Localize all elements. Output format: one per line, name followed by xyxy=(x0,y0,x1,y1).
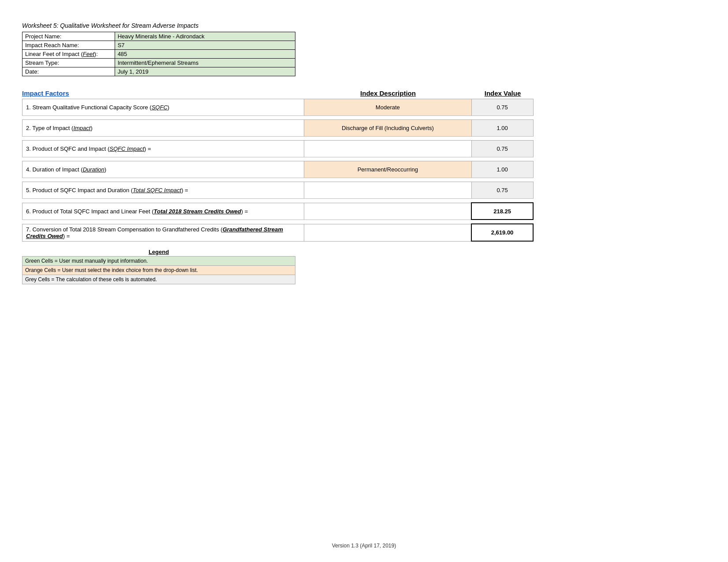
factor-label: 6. Product of Total SQFC Impact and Line… xyxy=(22,203,304,220)
worksheet-title: Worksheet 5: Qualitative Worksheet for S… xyxy=(22,22,706,29)
factor-value: 218.25 xyxy=(471,203,533,220)
list-item: Grey Cells = The calculation of these ce… xyxy=(22,275,295,284)
factor-value: 0.75 xyxy=(471,99,533,116)
impact-factors-header: Impact Factors xyxy=(22,89,304,97)
info-value: Heavy Minerals Mine - Adirondack xyxy=(115,32,295,41)
info-value: Intermittent/Ephemeral Streams xyxy=(115,59,295,67)
factor-value: 0.75 xyxy=(471,182,533,199)
info-label: Date: xyxy=(22,67,115,76)
table-row: 1. Stream Qualitative Functional Capacit… xyxy=(22,99,534,116)
factor-value: 2,619.00 xyxy=(471,224,533,241)
factor-desc: Moderate xyxy=(304,99,472,116)
factor-label: 1. Stream Qualitative Functional Capacit… xyxy=(22,99,304,116)
legend-item-text: Grey Cells = The calculation of these ce… xyxy=(22,275,295,284)
factor-label: 5. Product of SQFC Impact and Duration (… xyxy=(22,182,304,199)
table-row: 7. Conversion of Total 2018 Stream Compe… xyxy=(22,224,534,241)
info-label: Impact Reach Name: xyxy=(22,41,115,50)
factor-value: 1.00 xyxy=(471,120,533,137)
legend-item-text: Orange Cells = User must select the inde… xyxy=(22,266,295,275)
factor-desc xyxy=(304,224,472,241)
legend-title: Legend xyxy=(22,249,295,255)
index-description-header: Index Description xyxy=(304,89,472,97)
index-value-header: Index Value xyxy=(472,89,534,97)
legend-table: Green Cells = User must manually input i… xyxy=(22,256,295,284)
info-label: Project Name: xyxy=(22,32,115,41)
info-label: Stream Type: xyxy=(22,59,115,67)
table-row: 4. Duration of Impact (Duration)Permanen… xyxy=(22,161,534,178)
factor-desc: Discharge of Fill (Including Culverts) xyxy=(304,120,472,137)
main-table: 1. Stream Qualitative Functional Capacit… xyxy=(22,99,534,242)
list-item: Orange Cells = User must select the inde… xyxy=(22,266,295,275)
info-label: Linear Feet of Impact (Feet): xyxy=(22,50,115,59)
factor-desc xyxy=(304,203,472,220)
info-value: S7 xyxy=(115,41,295,50)
factor-label: 4. Duration of Impact (Duration) xyxy=(22,161,304,178)
info-value: 485 xyxy=(115,50,295,59)
info-table: Project Name:Heavy Minerals Mine - Adiro… xyxy=(22,32,295,76)
factor-label: 2. Type of Impact (Impact) xyxy=(22,120,304,137)
legend-container: Legend Green Cells = User must manually … xyxy=(22,249,295,284)
factor-label: 3. Product of SQFC and Impact (SQFC Impa… xyxy=(22,141,304,157)
table-row: 5. Product of SQFC Impact and Duration (… xyxy=(22,182,534,199)
factor-desc xyxy=(304,141,472,157)
table-row: 3. Product of SQFC and Impact (SQFC Impa… xyxy=(22,141,534,157)
legend-item-text: Green Cells = User must manually input i… xyxy=(22,257,295,266)
table-row: 2. Type of Impact (Impact)Discharge of F… xyxy=(22,120,534,137)
factor-value: 0.75 xyxy=(471,141,533,157)
factor-desc xyxy=(304,182,472,199)
info-value: July 1, 2019 xyxy=(115,67,295,76)
footer: Version 1.3 (April 17, 2019) xyxy=(0,543,728,549)
table-row: 6. Product of Total SQFC Impact and Line… xyxy=(22,203,534,220)
factor-desc: Permanent/Reoccurring xyxy=(304,161,472,178)
factor-value: 1.00 xyxy=(471,161,533,178)
section-headers: Impact Factors Index Description Index V… xyxy=(22,85,706,97)
factor-label: 7. Conversion of Total 2018 Stream Compe… xyxy=(22,224,304,241)
list-item: Green Cells = User must manually input i… xyxy=(22,257,295,266)
